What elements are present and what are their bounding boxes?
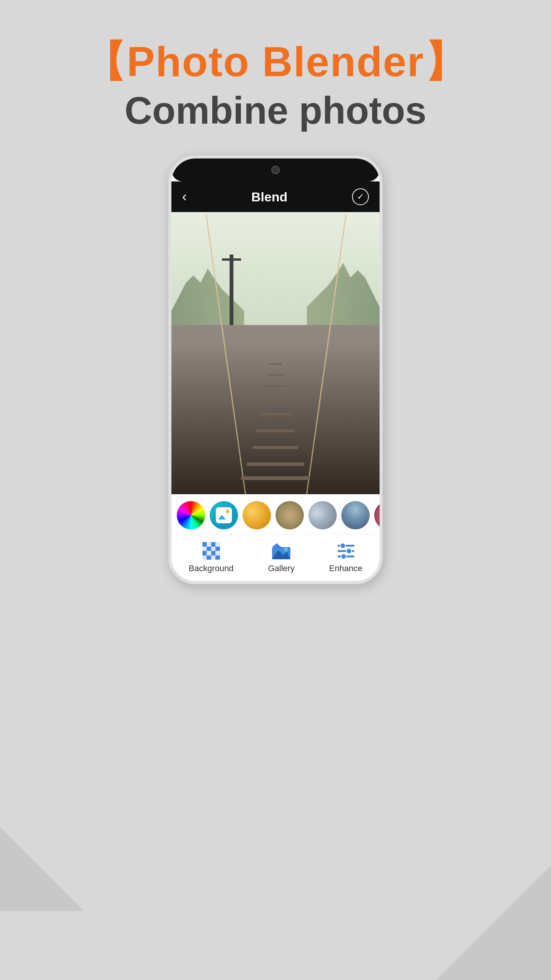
svg-point-5	[340, 543, 346, 549]
preset-circle-1[interactable]	[276, 501, 304, 529]
checker-cell	[202, 542, 207, 547]
checker-cell	[207, 551, 211, 555]
enhance-icon-wrapper	[336, 541, 356, 561]
bg-corner-left	[0, 827, 84, 911]
app-topbar: ‹ Blend ✓	[171, 181, 380, 212]
screen-title: Blend	[251, 189, 287, 204]
gold-circle[interactable]	[243, 501, 271, 529]
checker-cell	[215, 542, 220, 547]
phone-notch	[171, 158, 380, 181]
checker-cell	[202, 547, 207, 551]
svg-point-9	[341, 554, 346, 559]
gallery-nav-icon	[271, 542, 291, 560]
gallery-circle-inner	[216, 507, 232, 523]
checker-cell	[207, 555, 211, 560]
railway-scene	[171, 212, 380, 494]
nav-item-enhance[interactable]: Enhance	[329, 541, 362, 573]
checker-cell	[207, 547, 211, 551]
phone-mockup: ‹ Blend ✓	[168, 155, 383, 584]
sliders-nav-icon	[336, 542, 356, 560]
svg-marker-3	[272, 543, 281, 547]
checker-cell	[211, 551, 216, 555]
checker-cell	[211, 542, 216, 547]
checker-cell	[202, 555, 207, 560]
preset-circle-2[interactable]	[308, 501, 337, 529]
color-wheel-circle[interactable]	[177, 501, 205, 529]
gallery-sun-icon	[226, 510, 230, 513]
bottom-nav: Background Gallery	[171, 534, 380, 581]
back-button[interactable]: ‹	[182, 189, 187, 205]
gallery-select-circle[interactable]	[210, 501, 238, 529]
checker-cell	[215, 547, 220, 551]
svg-point-7	[346, 549, 352, 554]
header-section: 【Photo Blender】 Combine photos	[84, 38, 467, 132]
checker-cell	[215, 555, 220, 560]
nav-item-background[interactable]: Background	[189, 541, 233, 573]
preset-circle-3[interactable]	[341, 501, 370, 529]
checker-cell	[202, 551, 207, 555]
checkerboard-icon	[202, 542, 220, 560]
app-title: 【Photo Blender】	[84, 38, 467, 85]
preset-circle-4[interactable]	[374, 501, 380, 529]
confirm-button[interactable]: ✓	[352, 188, 369, 205]
enhance-nav-label: Enhance	[329, 564, 362, 573]
phone-body: ‹ Blend ✓	[168, 155, 383, 584]
camera-notch	[271, 166, 280, 174]
gallery-mountain-icon	[218, 515, 226, 519]
app-subtitle: Combine photos	[84, 88, 467, 132]
bg-corner-right	[436, 865, 551, 980]
main-image-area	[171, 212, 380, 494]
svg-point-2	[284, 547, 288, 552]
background-icon-wrapper	[201, 541, 222, 561]
checker-cell	[207, 542, 211, 547]
checker-cell	[211, 547, 216, 551]
gallery-nav-label: Gallery	[268, 564, 295, 573]
checker-cell	[215, 551, 220, 555]
phone-bottom: Background Gallery	[171, 494, 380, 581]
gravel-bed	[171, 325, 380, 494]
tool-circles-row	[171, 494, 380, 534]
gallery-icon-wrapper	[271, 541, 292, 561]
nav-item-gallery[interactable]: Gallery	[268, 541, 295, 573]
background-nav-label: Background	[189, 564, 233, 573]
checker-cell	[211, 555, 216, 560]
